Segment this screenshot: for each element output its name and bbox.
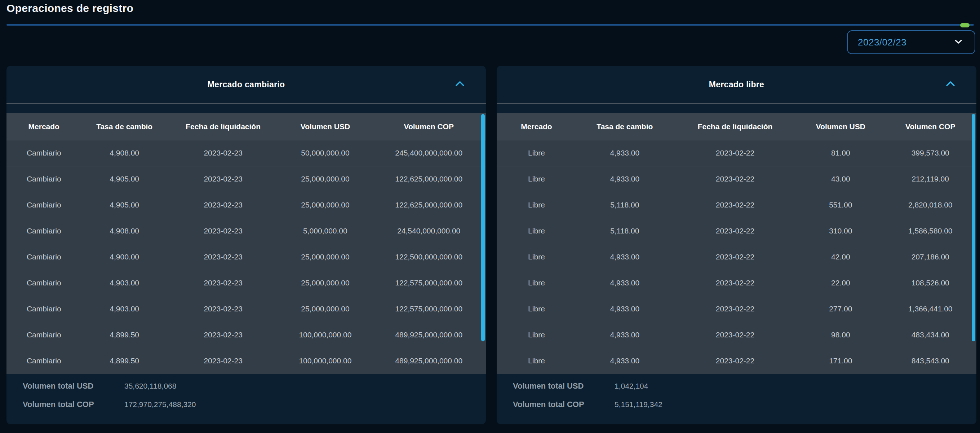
table-cell: 4,933.00 [576, 244, 673, 270]
table-cell: 1,586,580.00 [884, 218, 977, 244]
table-cell: Cambiario [6, 296, 81, 322]
chevron-up-icon [945, 81, 956, 88]
status-indicator [960, 23, 970, 27]
table-cell: Cambiario [6, 322, 81, 348]
table-cell: 4,908.00 [81, 140, 167, 166]
table-cell: 4,908.00 [81, 218, 167, 244]
table-cell: 25,000,000.00 [278, 166, 372, 192]
column-header-fecha: Fecha de liquidación [673, 113, 797, 140]
table-row: Cambiario4,905.002023-02-2325,000,000.00… [6, 166, 486, 192]
operaciones-registro-page: Operaciones de registro 2023/02/23 Merca… [0, 0, 980, 433]
table-cell: 108,526.00 [884, 270, 977, 296]
total-cop-value: 5,151,119,342 [614, 398, 662, 411]
cambiario-table: Mercado Tasa de cambio Fecha de liquidac… [6, 113, 486, 374]
market-panels: Mercado cambiario Mercado Tasa de cambio… [6, 66, 977, 424]
table-row: Cambiario4,900.002023-02-2325,000,000.00… [6, 244, 486, 270]
table-cell: 122,625,000,000.00 [372, 192, 486, 218]
table-cell: 2023-02-23 [168, 348, 279, 374]
table-cell: 122,500,000,000.00 [372, 244, 486, 270]
libre-table-scroll-area[interactable]: Mercado Tasa de cambio Fecha de liquidac… [497, 113, 977, 374]
table-cell: Cambiario [6, 192, 81, 218]
table-row: Libre4,933.002023-02-2243.00212,119.00 [497, 166, 977, 192]
libre-totals: Volumen total USD 1,042,104 Volumen tota… [497, 374, 977, 411]
table-cell: 2023-02-23 [168, 244, 279, 270]
table-cell: Cambiario [6, 270, 81, 296]
table-cell: Libre [497, 296, 576, 322]
total-usd-line: Volumen total USD 35,620,118,068 [23, 380, 486, 393]
table-cell: Libre [497, 348, 576, 374]
table-cell: 100,000,000.00 [278, 348, 372, 374]
table-cell: 2023-02-23 [168, 270, 279, 296]
table-cell: 2023-02-23 [168, 140, 279, 166]
table-cell: 4,903.00 [81, 296, 167, 322]
table-cell: 2023-02-22 [673, 270, 797, 296]
table-cell: 489,925,000,000.00 [372, 322, 486, 348]
column-header-mercado: Mercado [497, 113, 576, 140]
table-cell: 277.00 [797, 296, 884, 322]
table-cell: 2023-02-23 [168, 218, 279, 244]
table-cell: Cambiario [6, 218, 81, 244]
date-filter-value: 2023/02/23 [858, 37, 907, 48]
table-cell: Cambiario [6, 166, 81, 192]
scrollbar-thumb[interactable] [481, 114, 485, 341]
table-cell: 2023-02-22 [673, 218, 797, 244]
date-filter-select[interactable]: 2023/02/23 [847, 30, 975, 54]
table-cell: 43.00 [797, 166, 884, 192]
table-cell: Cambiario [6, 244, 81, 270]
total-cop-label: Volumen total COP [23, 398, 124, 411]
scrollbar-thumb[interactable] [972, 114, 975, 341]
table-cell: 483,434.00 [884, 322, 977, 348]
total-cop-label: Volumen total COP [513, 398, 614, 411]
table-cell: Libre [497, 166, 576, 192]
table-cell: 843,543.00 [884, 348, 977, 374]
table-cell: 2023-02-23 [168, 166, 279, 192]
table-row: Libre4,933.002023-02-22171.00843,543.00 [497, 348, 977, 374]
total-usd-line: Volumen total USD 1,042,104 [513, 380, 977, 393]
panel-cambiario-header[interactable]: Mercado cambiario [6, 66, 486, 104]
table-cell: 2023-02-22 [673, 296, 797, 322]
table-cell: 207,186.00 [884, 244, 977, 270]
table-cell: Cambiario [6, 140, 81, 166]
page-title: Operaciones de registro [6, 2, 134, 14]
table-row: Libre4,933.002023-02-22277.001,366,441.0… [497, 296, 977, 322]
table-row: Libre4,933.002023-02-2222.00108,526.00 [497, 270, 977, 296]
table-row: Cambiario4,903.002023-02-2325,000,000.00… [6, 296, 486, 322]
total-usd-value: 1,042,104 [614, 380, 648, 393]
table-cell: 4,933.00 [576, 140, 673, 166]
cambiario-totals: Volumen total USD 35,620,118,068 Volumen… [6, 374, 486, 411]
table-cell: 1,366,441.00 [884, 296, 977, 322]
column-header-tasa: Tasa de cambio [576, 113, 673, 140]
table-cell: 2,820,018.00 [884, 192, 977, 218]
header-divider [6, 24, 974, 26]
table-cell: 2023-02-22 [673, 348, 797, 374]
table-cell: 4,899.50 [81, 322, 167, 348]
table-cell: 100,000,000.00 [278, 322, 372, 348]
column-header-volumen-cop: Volumen COP [372, 113, 486, 140]
table-cell: 122,575,000,000.00 [372, 270, 486, 296]
table-cell: Libre [497, 244, 576, 270]
cambiario-table-scroll-area[interactable]: Mercado Tasa de cambio Fecha de liquidac… [6, 113, 486, 374]
table-cell: 22.00 [797, 270, 884, 296]
table-cell: 81.00 [797, 140, 884, 166]
table-row: Cambiario4,908.002023-02-2350,000,000.00… [6, 140, 486, 166]
table-cell: 4,933.00 [576, 270, 673, 296]
panel-title: Mercado cambiario [208, 80, 285, 89]
panel-libre-header[interactable]: Mercado libre [497, 66, 977, 104]
panel-mercado-libre: Mercado libre Mercado Tasa de cambio Fec… [497, 66, 977, 424]
table-cell: 551.00 [797, 192, 884, 218]
table-cell: 2023-02-22 [673, 192, 797, 218]
panel-title: Mercado libre [709, 80, 764, 89]
table-cell: 489,925,000,000.00 [372, 348, 486, 374]
table-cell: 50,000,000.00 [278, 140, 372, 166]
table-row: Libre4,933.002023-02-2281.00399,573.00 [497, 140, 977, 166]
table-cell: 310.00 [797, 218, 884, 244]
total-cop-value: 172,970,275,488,320 [124, 398, 196, 411]
table-cell: 5,118.00 [576, 192, 673, 218]
table-cell: 2023-02-22 [673, 140, 797, 166]
table-cell: 42.00 [797, 244, 884, 270]
table-cell: 2023-02-22 [673, 322, 797, 348]
table-cell: 4,933.00 [576, 322, 673, 348]
table-cell: 4,903.00 [81, 270, 167, 296]
table-cell: 4,933.00 [576, 166, 673, 192]
total-cop-line: Volumen total COP 5,151,119,342 [513, 398, 977, 411]
